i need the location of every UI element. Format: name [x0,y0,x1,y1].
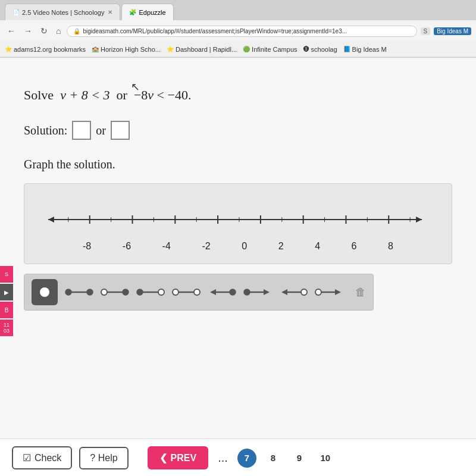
solution-or: or [96,124,106,137]
tool-dot-selected[interactable] [32,279,58,305]
tool-ray-right-open[interactable] [315,286,343,298]
bookmark-adams12[interactable]: ⭐ adams12.org bookmarks [5,46,86,53]
big-ideas-icon: 📘 [343,46,350,52]
svg-point-20 [65,289,71,295]
svg-marker-2 [48,217,54,223]
graph-section-label: Graph the solution. [24,158,452,171]
edpuzzle-tab-label: Edpuzzle [139,9,165,16]
url-text: bigideasmath.com/MRL/public/app/#/studen… [83,28,347,35]
prev-chevron-icon: ❮ [159,452,167,464]
bookmark-schoolag[interactable]: 🅢 schoolag [303,46,337,53]
side-btn-3[interactable]: B [0,302,13,318]
edpuzzle-tab-icon: 🧩 [129,9,136,15]
horizon-label: Horizon High Scho... [101,46,161,53]
schoolag-icon: 🅢 [303,46,309,52]
lock-icon: 🔒 [73,28,80,35]
problem-equation-part1: v + 8 < 3 [60,87,109,102]
page-10-label: 10 [321,453,331,463]
page-10[interactable]: 10 [316,449,335,468]
reload-button[interactable]: ↻ [38,25,50,37]
big-ideas-label: Big Ideas M [352,46,387,53]
schoology-tab-close[interactable]: ✕ [108,9,112,15]
tick-neg8: -8 [83,241,91,252]
svg-point-41 [315,289,321,295]
tick-4: 4 [315,241,320,252]
tick-8: 8 [388,241,393,252]
graph-container[interactable]: -8 -6 -4 -2 0 2 4 6 8 [24,183,452,264]
tool-segment-open-closed[interactable] [101,286,129,298]
help-button[interactable]: ? Help [79,447,128,469]
solution-input-1[interactable] [72,121,91,140]
check-label: Check [35,453,61,464]
tick-labels-row: -8 -6 -4 -2 0 2 4 6 8 [36,241,440,252]
tick-6: 6 [352,241,357,252]
dashboard-icon: ⭐ [167,46,174,52]
schoolag-badge: S [421,27,431,35]
page-8[interactable]: 8 [264,449,283,468]
tool-ray-left-closed[interactable] [208,286,236,298]
bookmark-dashboard[interactable]: ⭐ Dashboard | Rapidl... [167,46,237,53]
bookmark-horizon[interactable]: 🏫 Horizon High Scho... [92,46,161,53]
tool-ray-right-closed[interactable] [243,286,272,298]
svg-point-22 [87,289,93,295]
solution-input-2[interactable] [111,121,130,140]
problem-instruction: Solve [24,87,54,102]
infinite-campus-label: Infinite Campus [252,46,297,53]
side-btn-2[interactable]: ▶ [0,284,13,300]
side-btn-4[interactable]: 1103 [0,320,13,336]
svg-point-23 [101,289,107,295]
tick-neg4: -4 [162,241,171,252]
tab-edpuzzle[interactable]: 🧩 Edpuzzle [121,4,173,20]
svg-point-29 [173,289,178,295]
problem-period: . [188,87,192,102]
svg-point-25 [123,289,129,295]
browser-chrome: 📄 2.5 Video Notes | Schoology ✕ 🧩 Edpuzz… [0,0,476,58]
side-buttons: S ▶ B 1103 [0,266,13,336]
tick-neg2: -2 [202,241,210,252]
svg-point-35 [244,289,250,295]
schoology-tab-icon: 📄 [12,9,20,15]
svg-point-40 [301,289,307,295]
tick-neg6: -6 [123,241,131,252]
svg-point-26 [137,289,143,295]
browser-extensions: S Big Ideas M [421,27,471,35]
home-button[interactable]: ⌂ [54,25,63,37]
tool-ray-left-open[interactable] [279,286,308,298]
check-button[interactable]: ☑ Check [12,446,72,469]
big-ideas-badge: Big Ideas M [434,27,471,35]
infinite-campus-icon: 🟢 [243,46,250,52]
check-icon: ☑ [23,452,31,464]
main-content: ↖ Solve v + 8 < 3 or −8v < −40. Solution… [0,58,476,476]
trash-button[interactable]: 🗑 [355,286,366,299]
svg-marker-43 [335,289,341,295]
tool-segment-open-open[interactable] [172,286,201,298]
tool-segment-closed-closed[interactable] [65,286,93,298]
dashboard-label: Dashboard | Rapidl... [176,46,237,53]
svg-marker-1 [416,217,422,223]
svg-marker-37 [264,289,270,295]
tab-schoology[interactable]: 📄 2.5 Video Notes | Schoology ✕ [5,4,120,20]
forward-button[interactable]: → [21,25,35,37]
number-line-svg[interactable] [36,202,440,237]
adams12-label: adams12.org bookmarks [14,46,86,53]
back-button[interactable]: ← [5,25,18,37]
svg-point-34 [230,289,236,295]
tool-segment-closed-open[interactable] [136,286,165,298]
page-8-label: 8 [271,453,275,463]
prev-label: PREV [171,453,197,464]
adams12-icon: ⭐ [5,46,12,52]
url-box[interactable]: 🔒 bigideasmath.com/MRL/public/app/#/stud… [67,26,416,37]
help-label: ? Help [90,453,117,464]
page-7[interactable]: 7 [237,449,256,468]
bookmark-infinite-campus[interactable]: 🟢 Infinite Campus [243,46,297,53]
address-bar: ← → ↻ ⌂ 🔒 bigideasmath.com/MRL/public/ap… [0,20,476,42]
bookmark-big-ideas[interactable]: 📘 Big Ideas M [343,46,387,53]
prev-button[interactable]: ❮ PREV [148,446,209,469]
side-btn-1[interactable]: S [0,266,13,283]
page-7-label: 7 [245,453,249,463]
horizon-icon: 🏫 [92,46,99,52]
tool-palette: 🗑 [24,274,374,311]
svg-point-28 [158,289,164,295]
dot-icon [40,287,49,297]
page-9[interactable]: 9 [290,449,309,468]
